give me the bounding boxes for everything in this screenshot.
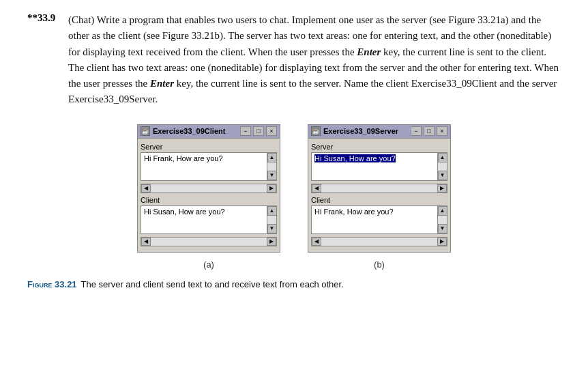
server-client-scrollbar: ▲ ▼: [437, 206, 447, 233]
client-server-hscroll: ◀ ▶: [141, 184, 277, 193]
client-client-scroll-track: [267, 216, 276, 224]
client-server-text-value: Hi Frank, How are you?: [144, 154, 223, 162]
client-server-textarea: Hi Frank, How are you? ▲ ▼: [141, 152, 277, 181]
server-client-textarea[interactable]: Hi Frank, How are you? ▲ ▼: [311, 205, 447, 234]
enter-key-2: Enter: [150, 78, 174, 89]
server-server-text-value: Hi Susan, How are you?: [314, 154, 396, 162]
client-server-scroll-up[interactable]: ▲: [267, 153, 277, 162]
server-server-hscroll-track: [321, 184, 437, 192]
client-server-text: Hi Frank, How are you?: [141, 153, 267, 180]
server-server-scroll-track: [438, 162, 447, 171]
server-server-scroll-down[interactable]: ▼: [438, 171, 447, 180]
client-minimize-button[interactable]: −: [240, 126, 251, 136]
client-window-body: Server Hi Frank, How are you? ▲ ▼ ◀ ▶ Cl…: [138, 139, 280, 252]
client-window-title: Exercise33_09Client: [153, 127, 238, 135]
server-client-scroll-up[interactable]: ▲: [438, 206, 447, 216]
figure-caption: Figure 33.21 The server and client send …: [27, 279, 561, 289]
client-client-label: Client: [141, 196, 277, 204]
server-window-icon: ☕: [311, 126, 321, 136]
server-server-label: Server: [311, 143, 447, 151]
server-server-scroll-up[interactable]: ▲: [438, 153, 447, 162]
figures-labels-row: (a) (b): [27, 259, 561, 270]
figures-row: ☕ Exercise33_09Client − □ × Server Hi Fr…: [27, 124, 561, 253]
client-maximize-button[interactable]: □: [253, 126, 264, 136]
server-close-button[interactable]: ×: [437, 126, 447, 136]
exercise-text: (Chat) Write a program that enables two …: [68, 12, 561, 108]
server-client-hscroll-right[interactable]: ▶: [437, 238, 447, 246]
server-window-title: Exercise33_09Server: [323, 127, 409, 135]
client-server-scroll-track: [267, 162, 276, 171]
server-client-hscroll: ◀ ▶: [311, 237, 447, 246]
enter-key-1: Enter: [357, 46, 381, 57]
server-client-hscroll-track: [321, 238, 437, 246]
client-titlebar: ☕ Exercise33_09Client − □ ×: [138, 125, 280, 139]
client-server-hscroll-left[interactable]: ◀: [141, 184, 151, 192]
figure-caption-label: Figure 33.21: [27, 279, 77, 289]
client-client-hscroll-right[interactable]: ▶: [267, 238, 276, 246]
server-window-body: Server Hi Susan, How are you? ▲ ▼ ◀ ▶ Cl…: [308, 139, 450, 252]
server-server-hscroll: ◀ ▶: [311, 184, 447, 193]
server-client-scroll-down[interactable]: ▼: [438, 224, 447, 233]
client-server-scrollbar: ▲ ▼: [267, 153, 276, 180]
client-window: ☕ Exercise33_09Client − □ × Server Hi Fr…: [137, 124, 280, 253]
client-client-hscroll: ◀ ▶: [141, 237, 277, 246]
server-client-text-value: Hi Frank, How are you?: [314, 208, 394, 216]
server-minimize-button[interactable]: −: [411, 126, 422, 136]
exercise-number: **33.9: [27, 12, 68, 108]
server-server-scrollbar: ▲ ▼: [437, 153, 447, 180]
client-close-button[interactable]: ×: [266, 126, 277, 136]
client-window-icon: ☕: [141, 126, 150, 136]
server-client-hscroll-left[interactable]: ◀: [312, 238, 321, 246]
client-client-hscroll-left[interactable]: ◀: [141, 238, 151, 246]
client-client-textarea[interactable]: Hi Susan, How are you? ▲ ▼: [141, 205, 277, 234]
server-server-textarea: Hi Susan, How are you? ▲ ▼: [311, 152, 447, 181]
server-server-hscroll-right[interactable]: ▶: [437, 184, 447, 192]
server-client-scroll-track: [438, 216, 447, 224]
client-server-label: Server: [141, 143, 277, 151]
client-client-scrollbar: ▲ ▼: [267, 206, 276, 233]
client-figure-label: (a): [137, 259, 280, 270]
server-server-text: Hi Susan, How are you?: [312, 153, 437, 180]
server-maximize-button[interactable]: □: [424, 126, 435, 136]
server-client-text: Hi Frank, How are you?: [312, 206, 437, 233]
client-client-hscroll-track: [151, 238, 267, 246]
server-client-label: Client: [311, 196, 447, 204]
client-client-text-value: Hi Susan, How are you?: [144, 208, 225, 216]
figure-caption-text: The server and client send text to and r…: [81, 279, 344, 289]
server-window: ☕ Exercise33_09Server − □ × Server Hi Su…: [308, 124, 451, 253]
server-figure-label: (b): [308, 259, 451, 270]
server-titlebar: ☕ Exercise33_09Server − □ ×: [308, 125, 450, 139]
client-client-text: Hi Susan, How are you?: [141, 206, 267, 233]
client-client-scroll-down[interactable]: ▼: [267, 224, 277, 233]
exercise-block: **33.9 (Chat) Write a program that enabl…: [27, 12, 561, 108]
client-server-scroll-down[interactable]: ▼: [267, 171, 277, 180]
client-server-hscroll-track: [151, 184, 267, 192]
client-server-hscroll-right[interactable]: ▶: [267, 184, 276, 192]
client-client-scroll-up[interactable]: ▲: [267, 206, 277, 216]
server-server-hscroll-left[interactable]: ◀: [312, 184, 321, 192]
